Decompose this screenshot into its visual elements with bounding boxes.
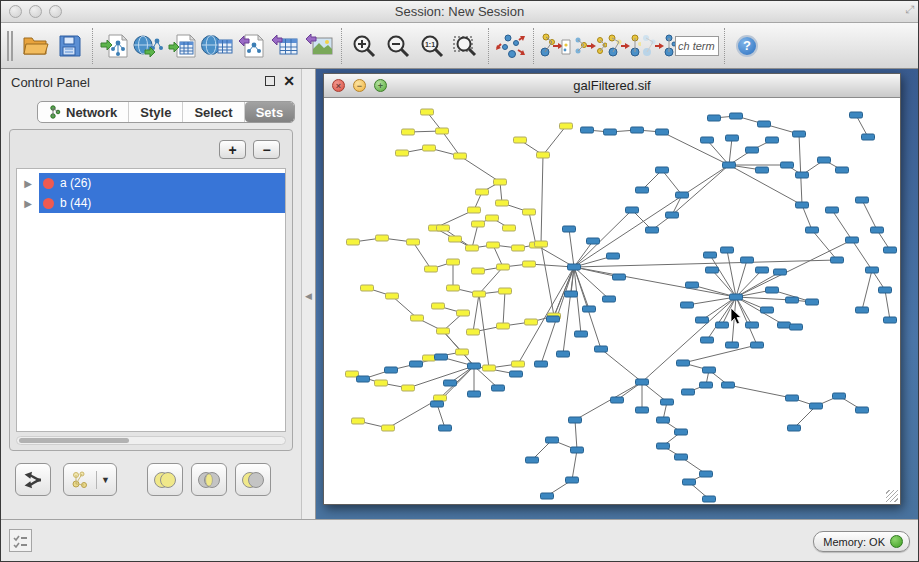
save-session-button[interactable] [53, 29, 87, 63]
graph-node-blue[interactable] [706, 267, 719, 273]
graph-node-yellow[interactable] [468, 207, 481, 213]
graph-node-yellow[interactable] [472, 221, 485, 227]
graph-node-yellow[interactable] [437, 225, 450, 231]
graph-node-blue[interactable] [766, 287, 779, 293]
import-table-file-button[interactable] [166, 29, 200, 63]
graph-node-blue[interactable] [788, 425, 801, 431]
create-set-from-network-button[interactable]: ▼ [63, 463, 117, 496]
graph-node-blue[interactable] [810, 403, 823, 409]
graph-node-yellow[interactable] [402, 385, 415, 391]
hide-selected-button[interactable] [607, 29, 641, 63]
graph-node-yellow[interactable] [434, 395, 447, 401]
graph-edge[interactable] [472, 224, 478, 248]
graph-node-blue[interactable] [703, 367, 716, 373]
graph-node-yellow[interactable] [512, 245, 525, 251]
graph-node-blue[interactable] [587, 238, 600, 244]
graph-node-blue[interactable] [636, 407, 649, 413]
union-sets-button[interactable] [147, 463, 183, 496]
graph-node-blue[interactable] [646, 227, 659, 233]
graph-node-blue[interactable] [357, 376, 370, 382]
graph-node-blue[interactable] [636, 187, 649, 193]
graph-node-blue[interactable] [796, 202, 809, 208]
graph-node-blue[interactable] [722, 382, 735, 388]
graph-node-blue[interactable] [806, 299, 819, 305]
graph-node-blue[interactable] [581, 127, 594, 133]
graph-edge[interactable] [529, 212, 536, 245]
graph-node-yellow[interactable] [456, 349, 469, 355]
graph-node-blue[interactable] [723, 162, 736, 168]
float-panel-button[interactable] [265, 76, 275, 86]
graph-node-blue[interactable] [826, 207, 839, 213]
expander-triangle-icon[interactable]: ▶ [17, 178, 39, 189]
graph-node-blue[interactable] [435, 354, 448, 360]
network-canvas[interactable] [324, 98, 900, 504]
graph-node-yellow[interactable] [375, 380, 388, 386]
graph-node-yellow[interactable] [535, 241, 548, 247]
graph-edge[interactable] [574, 260, 837, 267]
split-set-button[interactable] [15, 463, 51, 496]
graph-node-blue[interactable] [703, 496, 716, 502]
graph-node-yellow[interactable] [486, 215, 499, 221]
graph-node-blue[interactable] [778, 322, 791, 328]
graph-edge[interactable] [541, 155, 543, 244]
graph-edge[interactable] [437, 404, 445, 428]
difference-sets-button[interactable] [235, 463, 271, 496]
graph-node-blue[interactable] [756, 167, 769, 173]
network-view-window[interactable]: × − + galFiltered.sif [323, 73, 901, 505]
graph-node-blue[interactable] [850, 112, 863, 118]
graph-edge[interactable] [543, 126, 566, 155]
graph-node-yellow[interactable] [560, 123, 573, 129]
graph-edge[interactable] [642, 297, 736, 382]
graph-node-blue[interactable] [613, 274, 626, 280]
graph-node-blue[interactable] [510, 371, 523, 377]
graph-node-yellow[interactable] [425, 266, 438, 272]
graph-edge[interactable] [799, 134, 802, 205]
graph-node-yellow[interactable] [437, 328, 450, 334]
graph-node-blue[interactable] [716, 322, 729, 328]
graph-node-blue[interactable] [675, 429, 688, 435]
set-list-item-b[interactable]: ▶ b (44) [17, 193, 285, 213]
graph-node-blue[interactable] [385, 367, 398, 373]
graph-node-blue[interactable] [704, 252, 717, 258]
graph-node-blue[interactable] [856, 197, 869, 203]
graph-node-blue[interactable] [607, 253, 620, 259]
import-table-web-button[interactable] [200, 29, 234, 63]
graph-node-yellow[interactable] [421, 109, 434, 115]
graph-edge[interactable] [852, 240, 872, 270]
task-history-button[interactable] [9, 529, 32, 552]
titlebar[interactable]: Session: New Session ⤢ [1, 1, 918, 23]
graph-edge[interactable] [862, 270, 872, 310]
graph-node-blue[interactable] [730, 113, 743, 119]
graph-edge[interactable] [408, 366, 474, 388]
intersect-sets-button[interactable] [191, 463, 227, 496]
help-button[interactable]: ? [730, 29, 764, 63]
graph-node-yellow[interactable] [466, 245, 479, 251]
graph-node-blue[interactable] [563, 226, 576, 232]
graph-node-yellow[interactable] [447, 259, 460, 265]
add-set-button[interactable]: + [219, 140, 246, 159]
show-all-button[interactable] [641, 29, 675, 63]
graph-node-blue[interactable] [781, 162, 794, 168]
graph-node-blue[interactable] [721, 247, 734, 253]
graph-node-blue[interactable] [626, 207, 639, 213]
window-resize-grip[interactable] [886, 490, 898, 502]
graph-node-blue[interactable] [677, 360, 690, 366]
graph-node-blue[interactable] [774, 269, 787, 275]
graph-node-blue[interactable] [806, 227, 819, 233]
graph-node-yellow[interactable] [503, 225, 516, 231]
graph-node-yellow[interactable] [497, 323, 510, 329]
graph-node-blue[interactable] [492, 385, 505, 391]
graph-node-blue[interactable] [836, 167, 849, 173]
graph-node-blue[interactable] [656, 129, 669, 135]
apply-layout-button[interactable] [494, 29, 528, 63]
graph-node-yellow[interactable] [457, 310, 470, 316]
graph-node-blue[interactable] [468, 391, 481, 397]
graph-edge[interactable] [812, 230, 837, 260]
tab-network[interactable]: Network [38, 102, 129, 122]
graph-edge[interactable] [736, 297, 792, 300]
graph-node-yellow[interactable] [447, 285, 460, 291]
graph-node-blue[interactable] [657, 443, 670, 449]
zoom-fit-button[interactable] [449, 29, 483, 63]
graph-node-yellow[interactable] [525, 319, 538, 325]
graph-node-blue[interactable] [884, 247, 897, 253]
